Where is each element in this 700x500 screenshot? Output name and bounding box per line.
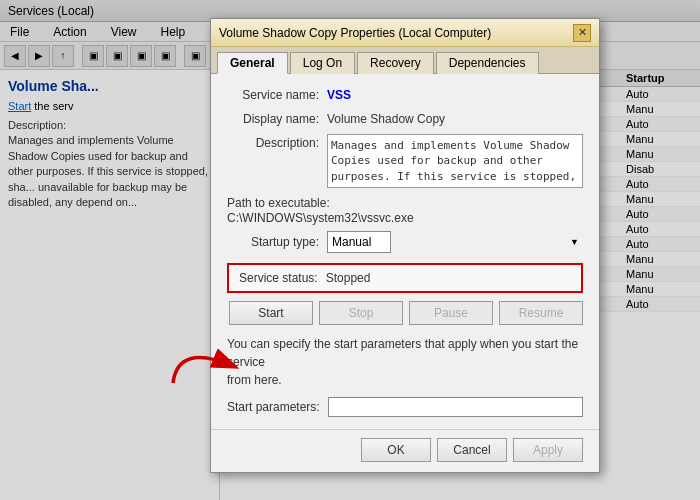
pause-button[interactable]: Pause: [409, 301, 493, 325]
description-row: Description: Manages and implements Volu…: [227, 134, 583, 188]
description-textarea[interactable]: Manages and implements Volume Shadow Cop…: [327, 134, 583, 188]
status-label: Service status:: [239, 271, 318, 285]
properties-dialog: Volume Shadow Copy Properties (Local Com…: [210, 18, 600, 473]
resume-button[interactable]: Resume: [499, 301, 583, 325]
tab-general[interactable]: General: [217, 52, 288, 74]
startup-row: Startup type: Automatic Manual Disabled: [227, 231, 583, 253]
params-label: Start parameters:: [227, 400, 320, 414]
display-name-row: Display name: Volume Shadow Copy: [227, 110, 583, 126]
service-name-label: Service name:: [227, 86, 327, 102]
cancel-button[interactable]: Cancel: [437, 438, 507, 462]
dialog-content: Service name: VSS Display name: Volume S…: [211, 74, 599, 429]
tab-dependencies[interactable]: Dependencies: [436, 52, 539, 74]
params-text-line2: from here.: [227, 373, 282, 387]
params-input[interactable]: [328, 397, 583, 417]
action-buttons-row: Start Stop Pause Resume: [227, 301, 583, 325]
dialog-tabs: General Log On Recovery Dependencies: [211, 47, 599, 74]
start-button[interactable]: Start: [229, 301, 313, 325]
display-name-label: Display name:: [227, 110, 327, 126]
startup-select[interactable]: Automatic Manual Disabled: [327, 231, 391, 253]
service-name-value: VSS: [327, 86, 583, 102]
params-text-line1: You can specify the start parameters tha…: [227, 337, 578, 369]
dialog-titlebar: Volume Shadow Copy Properties (Local Com…: [211, 19, 599, 47]
path-value: C:\WINDOWS\system32\vssvc.exe: [227, 211, 583, 225]
params-section: You can specify the start parameters tha…: [227, 335, 583, 389]
service-status-box: Service status: Stopped: [227, 263, 583, 293]
path-row: Path to executable: C:\WINDOWS\system32\…: [227, 196, 583, 225]
startup-label: Startup type:: [227, 235, 327, 249]
service-name-row: Service name: VSS: [227, 86, 583, 102]
path-label: Path to executable:: [227, 196, 583, 210]
apply-button[interactable]: Apply: [513, 438, 583, 462]
stop-button[interactable]: Stop: [319, 301, 403, 325]
startup-select-wrapper: Automatic Manual Disabled: [327, 231, 583, 253]
tab-recovery[interactable]: Recovery: [357, 52, 434, 74]
dialog-footer: OK Cancel Apply: [211, 429, 599, 472]
display-name-value: Volume Shadow Copy: [327, 110, 583, 126]
params-input-row: Start parameters:: [227, 397, 583, 417]
status-row: Service status: Stopped: [239, 271, 571, 285]
tab-logon[interactable]: Log On: [290, 52, 355, 74]
description-label: Description:: [227, 134, 327, 150]
ok-button[interactable]: OK: [361, 438, 431, 462]
dialog-title: Volume Shadow Copy Properties (Local Com…: [219, 26, 491, 40]
dialog-close-button[interactable]: ✕: [573, 24, 591, 42]
status-value: Stopped: [326, 271, 371, 285]
